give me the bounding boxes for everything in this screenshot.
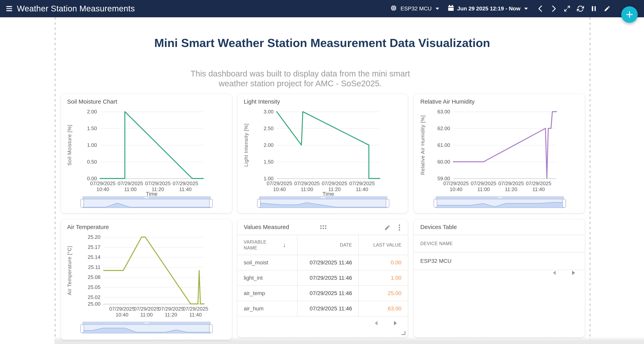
prev-page-icon[interactable] [374, 320, 378, 327]
next-page-icon[interactable] [393, 320, 398, 327]
slider-handle-left[interactable] [80, 199, 84, 208]
chevron-right-icon[interactable] [550, 5, 558, 13]
y-tick-label: 1.00 [74, 142, 97, 148]
slider-grip[interactable] [82, 321, 211, 324]
values-table: VARIABLE NAME ↓ DATE LAST VALUE soil_moi… [238, 235, 408, 316]
table-row[interactable]: soil_moist07/29/2025 11:460.00 [238, 255, 408, 270]
pause-icon[interactable] [590, 5, 598, 13]
y-tick-label: 25.14 [77, 254, 100, 260]
slider-grip[interactable] [259, 196, 387, 199]
last-value-cell: 63.00 [358, 301, 408, 316]
column-divider [358, 235, 359, 317]
y-tick-label: 25.20 [77, 234, 100, 240]
drag-handle-icon[interactable] [320, 225, 326, 229]
values-measured-widget: Values Measured VARIABLE NAME ↓ DATE LAS… [238, 219, 408, 337]
slider-handle-right[interactable] [209, 324, 213, 333]
slider-track[interactable] [82, 199, 211, 208]
time-range-slider[interactable] [259, 196, 387, 208]
resize-handle[interactable] [402, 331, 406, 335]
date-cell: 07/29/2025 11:46 [297, 286, 358, 301]
x-tick-label: 07/29/202511:40 [168, 181, 204, 192]
calendar-icon [448, 5, 454, 13]
slider-track[interactable] [436, 199, 564, 208]
y-tick-label: 25.08 [77, 274, 100, 280]
timewindow-selector[interactable]: Jun 29 2025 12:19 - Now [448, 5, 528, 13]
chip-icon [390, 4, 397, 13]
column-last-value[interactable]: LAST VALUE [358, 235, 408, 255]
plot-area [277, 112, 380, 179]
slider-handle-left[interactable] [80, 324, 84, 333]
y-axis-title: Light Intensity [%] [243, 123, 249, 167]
dashboard-title: Weather Station Measurements [17, 4, 135, 13]
table-row[interactable]: light_int07/29/2025 11:461.00 [238, 270, 408, 286]
grid-guide-left [54, 17, 56, 344]
topbar: Weather Station Measurements ESP32 MCU [0, 0, 644, 17]
refresh-icon[interactable] [576, 5, 584, 13]
widget-title: Values Measured [244, 224, 289, 230]
edit-widget-icon[interactable] [384, 225, 390, 232]
chevron-down-icon [524, 8, 528, 10]
x-tick-label: 07/29/202511:40 [520, 181, 557, 192]
devices-table-pager [552, 270, 576, 277]
y-axis-title: Air Temperature [°C] [66, 246, 72, 295]
slider-handle-right[interactable] [386, 199, 389, 208]
add-button[interactable] [621, 6, 638, 23]
values-table-header: VARIABLE NAME ↓ DATE LAST VALUE [238, 235, 408, 255]
sort-desc-icon[interactable]: ↓ [283, 242, 286, 248]
variable-name-cell: light_int [238, 270, 297, 285]
device-selector[interactable]: ESP32 MCU [390, 4, 439, 13]
gridline [277, 179, 380, 179]
time-range-slider[interactable] [82, 196, 211, 208]
page-title: Mini Smart Weather Station Measurement D… [54, 36, 590, 50]
light-intensity-widget: Light Intensity Light Intensity [%]3.002… [238, 94, 408, 213]
device-selector-label: ESP32 MCU [400, 6, 432, 12]
slider-handle-left[interactable] [257, 199, 260, 208]
timewindow-label: Jun 29 2025 12:19 - Now [457, 6, 520, 12]
y-tick-label: 63.00 [426, 108, 450, 115]
next-page-icon[interactable] [572, 270, 576, 277]
y-tick-label: 2.00 [250, 142, 274, 148]
slider-handle-right[interactable] [562, 199, 566, 208]
column-date[interactable]: DATE [297, 235, 358, 255]
y-tick-label: 61.00 [426, 142, 450, 148]
devices-table-widget: Devices Table DEVICE NAME ESP32 MCU [414, 219, 585, 337]
y-axis-title: Relative Air Humidity [%] [420, 115, 426, 175]
slider-handle-right[interactable] [209, 199, 213, 208]
more-options-icon[interactable] [399, 225, 400, 231]
y-tick-label: 25.11 [77, 264, 100, 270]
table-row[interactable]: air_temp07/29/2025 11:4625.00 [238, 286, 408, 301]
gridline [104, 304, 204, 304]
plot-area [453, 112, 556, 179]
last-value-cell: 25.00 [358, 286, 408, 301]
y-tick-label: 60.00 [426, 159, 450, 165]
y-tick-label: 1.50 [250, 159, 274, 165]
table-row[interactable]: air_hum07/29/2025 11:4663.00 [238, 301, 408, 316]
chevron-down-icon [436, 8, 439, 10]
device-row[interactable]: ESP32 MCU [414, 252, 585, 270]
last-value-cell: 1.00 [358, 270, 408, 285]
slider-track[interactable] [259, 199, 387, 208]
dashboard-page: Weather Station Measurements ESP32 MCU [0, 0, 644, 344]
slider-grip[interactable] [82, 196, 211, 199]
edit-icon[interactable] [603, 5, 611, 13]
date-cell: 07/29/2025 11:46 [297, 301, 358, 316]
fullscreen-icon[interactable] [563, 5, 571, 13]
column-variable-name[interactable]: VARIABLE NAME ↓ [238, 235, 297, 255]
variable-name-cell: soil_moist [238, 255, 297, 270]
menu-icon[interactable] [6, 6, 12, 11]
date-cell: 07/29/2025 11:46 [297, 255, 358, 270]
chevron-left-icon[interactable] [536, 5, 544, 13]
y-tick-label: 2.50 [250, 125, 274, 131]
x-tick-label: 07/29/202511:40 [344, 181, 380, 192]
time-range-slider[interactable] [82, 321, 211, 333]
prev-page-icon[interactable] [552, 270, 556, 277]
page-subtitle: This dashboard was built to display data… [190, 69, 410, 88]
slider-track[interactable] [82, 324, 211, 333]
slider-grip[interactable] [436, 196, 564, 199]
widget-title: Soil Moisture Chart [67, 98, 117, 105]
y-tick-label: 0.50 [74, 159, 97, 165]
time-range-slider[interactable] [436, 196, 564, 208]
column-divider [297, 235, 298, 317]
y-tick-label: 62.00 [426, 125, 450, 131]
slider-handle-left[interactable] [434, 199, 437, 208]
